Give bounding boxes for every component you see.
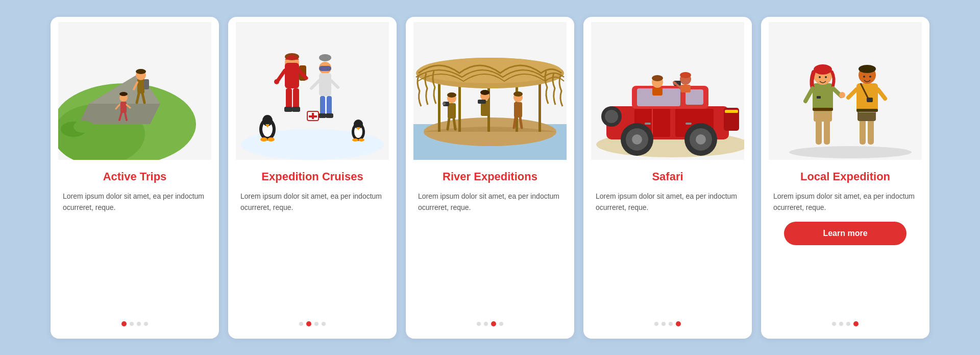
illustration-river-expeditions xyxy=(413,22,567,160)
card-dots-local-expedition xyxy=(832,309,859,326)
svg-point-106 xyxy=(605,110,618,123)
dot-3[interactable] xyxy=(137,322,141,326)
svg-point-101 xyxy=(632,134,642,145)
svg-rect-42 xyxy=(318,113,326,118)
card-safari: Safari Lorem ipsum dolor sit amet, ea pe… xyxy=(583,17,752,339)
card-title-local-expedition: Local Expedition xyxy=(800,170,890,183)
dot-1[interactable] xyxy=(477,322,481,326)
svg-point-9 xyxy=(136,69,146,74)
card-description-active-trips: Lorem ipsum dolor sit amet, ea per indoc… xyxy=(63,191,207,214)
dot-1[interactable] xyxy=(832,322,836,326)
dot-1[interactable] xyxy=(654,322,658,326)
svg-rect-83 xyxy=(514,102,522,117)
card-image-expedition-cruises xyxy=(228,17,397,160)
dot-4[interactable] xyxy=(853,321,859,326)
card-dots-river-expeditions xyxy=(477,309,503,326)
svg-rect-123 xyxy=(817,96,821,99)
svg-point-36 xyxy=(319,54,331,61)
svg-point-117 xyxy=(789,146,912,158)
dot-1[interactable] xyxy=(121,321,127,326)
svg-point-15 xyxy=(119,92,128,96)
card-river-expeditions: River Expeditions Lorem ipsum dolor sit … xyxy=(406,17,574,339)
card-description-local-expedition: Lorem ipsum dolor sit amet, ea per indoc… xyxy=(773,191,917,214)
svg-rect-43 xyxy=(326,113,333,118)
dot-2[interactable] xyxy=(662,322,666,326)
card-content-active-trips: Active Trips Lorem ipsum dolor sit amet,… xyxy=(51,160,219,326)
svg-line-75 xyxy=(448,119,449,129)
dot-4[interactable] xyxy=(144,322,148,326)
svg-rect-37 xyxy=(319,73,331,96)
card-description-river-expeditions: Lorem ipsum dolor sit amet, ea per indoc… xyxy=(418,191,562,214)
svg-line-76 xyxy=(454,119,455,129)
svg-rect-31 xyxy=(293,88,299,109)
svg-rect-122 xyxy=(813,108,833,111)
svg-point-52 xyxy=(260,137,267,141)
svg-point-125 xyxy=(814,64,832,75)
svg-rect-95 xyxy=(645,123,651,125)
svg-point-140 xyxy=(863,76,865,78)
svg-rect-32 xyxy=(284,107,292,112)
card-image-active-trips xyxy=(51,17,219,160)
learn-more-button[interactable]: Learn more xyxy=(784,222,906,245)
card-title-safari: Safari xyxy=(652,170,683,183)
dot-3[interactable] xyxy=(669,322,673,326)
svg-point-130 xyxy=(839,92,845,98)
svg-rect-96 xyxy=(685,123,692,125)
dot-1[interactable] xyxy=(299,322,303,326)
svg-point-108 xyxy=(652,75,663,81)
dot-3[interactable] xyxy=(846,322,850,326)
svg-point-71 xyxy=(447,92,456,98)
svg-point-104 xyxy=(696,134,706,145)
dot-2[interactable] xyxy=(484,322,488,326)
card-title-river-expeditions: River Expeditions xyxy=(443,170,537,183)
dot-4[interactable] xyxy=(322,322,326,326)
svg-line-85 xyxy=(520,117,522,128)
svg-point-82 xyxy=(513,91,523,97)
svg-rect-80 xyxy=(478,100,486,104)
svg-rect-46 xyxy=(309,115,317,117)
svg-point-127 xyxy=(825,76,827,78)
svg-rect-10 xyxy=(144,79,149,89)
card-title-expedition-cruises: Expedition Cruises xyxy=(261,170,363,183)
dot-2[interactable] xyxy=(839,322,843,326)
svg-rect-16 xyxy=(120,102,127,113)
svg-point-74 xyxy=(443,102,446,105)
svg-rect-121 xyxy=(813,83,833,111)
svg-rect-7 xyxy=(137,78,144,93)
card-content-local-expedition: Local Expedition Lorem ipsum dolor sit a… xyxy=(761,160,929,326)
svg-rect-33 xyxy=(292,107,300,112)
dot-3[interactable] xyxy=(314,322,318,326)
illustration-expedition-cruises xyxy=(236,22,389,160)
card-active-trips: Active Trips Lorem ipsum dolor sit amet,… xyxy=(51,17,219,339)
svg-point-58 xyxy=(352,138,358,141)
card-dots-safari xyxy=(654,309,681,326)
card-expedition-cruises: Expedition Cruises Lorem ipsum dolor sit… xyxy=(228,17,397,339)
card-description-expedition-cruises: Lorem ipsum dolor sit amet, ea per indoc… xyxy=(240,191,384,214)
svg-point-141 xyxy=(869,76,871,78)
card-image-safari xyxy=(583,17,752,160)
svg-point-6 xyxy=(74,121,94,133)
dot-3[interactable] xyxy=(491,321,496,326)
svg-rect-35 xyxy=(319,66,331,71)
illustration-safari xyxy=(591,22,744,160)
dot-4[interactable] xyxy=(499,322,503,326)
svg-point-78 xyxy=(480,90,489,95)
svg-point-50 xyxy=(264,115,271,121)
card-content-river-expeditions: River Expeditions Lorem ipsum dolor sit … xyxy=(406,160,574,326)
card-local-expedition: Local Expedition Lorem ipsum dolor sit a… xyxy=(761,17,929,339)
svg-rect-137 xyxy=(867,98,873,102)
illustration-active-trips xyxy=(58,22,211,160)
card-content-expedition-cruises: Expedition Cruises Lorem ipsum dolor sit… xyxy=(228,160,397,326)
card-image-river-expeditions xyxy=(406,17,574,160)
illustration-local-expedition xyxy=(769,22,922,160)
cards-container: Active Trips Lorem ipsum dolor sit amet,… xyxy=(30,2,950,354)
dot-2[interactable] xyxy=(130,322,134,326)
card-title-active-trips: Active Trips xyxy=(103,170,167,183)
svg-point-111 xyxy=(680,72,691,78)
svg-rect-41 xyxy=(327,96,332,115)
svg-point-139 xyxy=(859,65,876,73)
dot-4[interactable] xyxy=(676,321,681,326)
dot-2[interactable] xyxy=(306,321,311,326)
card-image-local-expedition xyxy=(761,17,929,160)
card-content-safari: Safari Lorem ipsum dolor sit amet, ea pe… xyxy=(583,160,752,326)
